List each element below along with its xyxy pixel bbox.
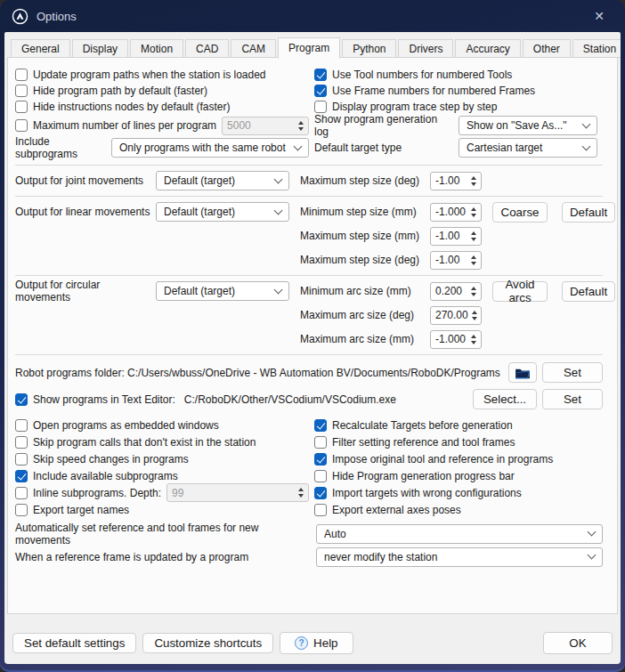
cb-use-tool-numbers[interactable] xyxy=(314,69,327,81)
spinner-arrows[interactable] xyxy=(467,173,481,190)
max-lines-spinner[interactable]: 5000 xyxy=(222,117,309,135)
include-subprograms-select[interactable]: Only programs with the same robot xyxy=(111,138,309,158)
option-row: Include subprograms Only programs with t… xyxy=(15,136,314,159)
joint-output-select[interactable]: Default (target) xyxy=(156,171,289,190)
ok-button[interactable]: OK xyxy=(543,632,613,654)
option-label: Include available subprograms xyxy=(33,470,178,482)
option-row: Inline subprograms. Depth: 99 xyxy=(15,484,314,501)
auto-frames-select[interactable]: Auto xyxy=(316,524,603,544)
cb-open-embedded[interactable] xyxy=(15,419,28,432)
folder-set-button[interactable]: Set xyxy=(542,362,603,383)
cb-impose-tool-reference[interactable] xyxy=(314,453,327,466)
option-row: Update program paths when the station is… xyxy=(15,67,314,83)
cb-show-text-editor[interactable] xyxy=(15,393,28,406)
spinner-arrows[interactable] xyxy=(294,117,308,134)
robot-programs-folder-label: Robot programs folder: C:/Users/wbuss/On… xyxy=(15,367,500,379)
joint-output-label: Output for joint movements xyxy=(15,174,156,187)
cb-skip-speed-changes[interactable] xyxy=(15,453,28,466)
cb-recalculate-targets[interactable] xyxy=(314,419,327,432)
cb-hide-program-path[interactable] xyxy=(15,85,28,97)
option-label: Use Frame numbers for numbered Frames xyxy=(332,85,535,97)
cb-export-external-axes[interactable] xyxy=(314,504,327,516)
linear-max-step-mm-spinner[interactable]: -1.00 xyxy=(430,227,482,246)
cb-import-wrong-configs[interactable] xyxy=(314,487,327,499)
tab-cam[interactable]: CAM xyxy=(231,39,276,58)
editor-select-button[interactable]: Select... xyxy=(473,389,537,409)
cb-include-available-subprograms[interactable] xyxy=(15,470,28,482)
target-type-select[interactable]: Cartesian target xyxy=(459,138,597,158)
spinner-arrows[interactable] xyxy=(468,307,481,324)
tab-drivers[interactable]: Drivers xyxy=(398,39,453,58)
spin-up-icon xyxy=(298,488,304,491)
folder-icon xyxy=(515,367,531,379)
target-type-label: Default target type xyxy=(314,142,453,154)
customize-shortcuts-button[interactable]: Customize shortcuts xyxy=(142,633,273,653)
coarse-button[interactable]: Coarse xyxy=(492,202,548,223)
generation-log-label: Show program generation log xyxy=(314,113,453,138)
linear-max-step-deg-spinner[interactable]: -1.00 xyxy=(430,251,482,270)
tab-display[interactable]: Display xyxy=(72,39,128,58)
spin-down-icon xyxy=(472,317,477,320)
spinner-arrows[interactable] xyxy=(467,252,481,269)
tab-cad[interactable]: CAD xyxy=(185,39,229,58)
dialog-body: General Display Motion CAD CAM Program P… xyxy=(4,32,621,664)
cb-filter-frames[interactable] xyxy=(314,436,327,449)
spin-down-icon xyxy=(471,214,476,217)
option-label: Open programs as embedded windows xyxy=(33,419,219,432)
option-row: Filter setting reference and tool frames xyxy=(314,433,603,450)
cb-export-target-names[interactable] xyxy=(15,504,28,516)
spinner-arrows[interactable] xyxy=(467,331,481,348)
param-label: Maximum step size (mm) xyxy=(300,230,430,242)
linear-output-select[interactable]: Default (target) xyxy=(156,202,289,222)
cb-inline-subprograms[interactable] xyxy=(15,487,28,499)
option-label: Update program paths when the station is… xyxy=(33,69,266,81)
editor-set-button[interactable]: Set xyxy=(542,389,603,409)
tab-python[interactable]: Python xyxy=(342,39,396,58)
tab-station[interactable]: Station xyxy=(572,39,621,58)
circular-max-arc-deg-spinner[interactable]: 270.00 xyxy=(430,306,482,325)
option-row: Default target type Cartesian target xyxy=(314,136,603,159)
linear-default-button[interactable]: Default xyxy=(562,202,615,223)
cb-skip-missing-calls[interactable] xyxy=(15,436,28,449)
tab-program[interactable]: Program xyxy=(278,37,340,59)
spinner-arrows[interactable] xyxy=(467,204,481,221)
linear-min-step-mm-spinner[interactable]: -1.000 xyxy=(430,203,482,222)
ref-update-select[interactable]: never modify the station xyxy=(316,547,603,567)
option-row: Impose original tool and reference in pr… xyxy=(314,450,603,467)
tab-accuracy[interactable]: Accuracy xyxy=(455,39,520,58)
generation-log-select[interactable]: Show on "Save As..." xyxy=(459,116,597,135)
spin-down-icon xyxy=(471,238,476,241)
spinner-arrows[interactable] xyxy=(294,484,308,501)
joint-max-step-deg-spinner[interactable]: -1.00 xyxy=(430,172,482,190)
cb-hide-progress-bar[interactable] xyxy=(314,470,327,482)
window-title: Options xyxy=(37,10,77,23)
tab-other[interactable]: Other xyxy=(523,39,571,58)
folder-browse-button[interactable] xyxy=(508,362,537,383)
tab-general[interactable]: General xyxy=(11,39,70,58)
cb-use-frame-numbers[interactable] xyxy=(314,85,327,97)
spin-up-icon xyxy=(471,287,476,290)
cb-max-lines[interactable] xyxy=(15,119,28,132)
inline-depth-spinner[interactable]: 99 xyxy=(166,483,309,502)
separator xyxy=(15,196,603,197)
spin-up-icon xyxy=(471,335,476,338)
tab-motion[interactable]: Motion xyxy=(130,39,183,58)
set-default-settings-button[interactable]: Set default settings xyxy=(12,633,136,653)
spinner-arrows[interactable] xyxy=(467,283,481,300)
circular-min-arc-mm-spinner[interactable]: 0.200 xyxy=(430,282,482,301)
circular-default-button[interactable]: Default xyxy=(562,281,615,302)
help-button[interactable]: ? Help xyxy=(280,632,353,654)
close-icon[interactable]: ✕ xyxy=(585,7,613,25)
avoid-arcs-button[interactable]: Avoid arcs xyxy=(492,281,548,302)
spinner-arrows[interactable] xyxy=(467,228,481,245)
cb-display-trace[interactable] xyxy=(314,101,327,113)
spin-down-icon xyxy=(471,182,476,186)
circular-max-arc-mm-spinner[interactable]: -1.000 xyxy=(430,330,482,349)
cb-hide-instruction-nodes[interactable] xyxy=(15,101,28,113)
spinner-value: 5000 xyxy=(227,119,251,132)
text-editor-path-label: Show programs in Text Editor: C:/RoboDK/… xyxy=(33,393,396,406)
spin-down-icon xyxy=(471,341,476,344)
cb-update-program-paths[interactable] xyxy=(15,69,28,81)
chevron-down-icon xyxy=(274,206,283,215)
circular-output-select[interactable]: Default (target) xyxy=(156,281,289,301)
